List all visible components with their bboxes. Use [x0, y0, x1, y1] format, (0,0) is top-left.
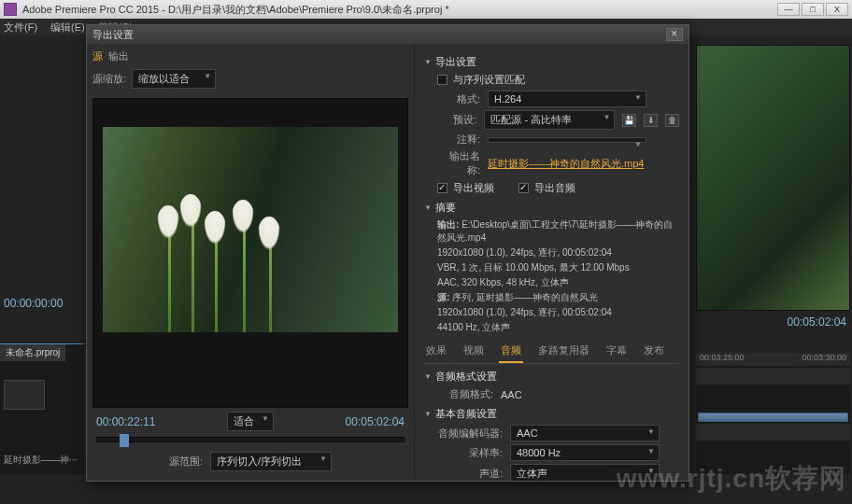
dialog-right-pane: 导出设置 与序列设置匹配 格式: H.264 预设: 匹配源 - 高比特率 💾 … — [414, 44, 689, 481]
minimize-button[interactable]: — — [777, 3, 800, 16]
project-tab[interactable]: 未命名.prproj — [0, 344, 65, 361]
source-timecode: 00:00:00:00 — [4, 297, 63, 310]
range-dropdown[interactable]: 序列切入/序列切出 — [210, 452, 332, 471]
channels-dropdown[interactable]: 立体声 — [510, 464, 660, 481]
close-button[interactable]: X — [826, 3, 848, 16]
settings-tabs: 效果 视频 音频 多路复用器 字幕 发布 — [424, 342, 679, 364]
scale-dropdown[interactable]: 缩放以适合 — [132, 69, 216, 89]
program-timecode: 00:05:02:04 — [788, 315, 846, 329]
preset-dropdown[interactable]: 匹配源 - 高比特率 — [484, 110, 615, 130]
playhead-icon[interactable] — [120, 434, 129, 447]
comment-input[interactable] — [488, 137, 646, 143]
preview-image — [103, 127, 398, 332]
preview-scrubber[interactable] — [96, 437, 405, 442]
fit-dropdown[interactable]: 适合 — [227, 412, 274, 431]
sample-rate-dropdown[interactable]: 48000 Hz — [510, 444, 660, 461]
timeline-ruler[interactable]: 00:03:25:00 00:03:30:00 — [696, 353, 850, 366]
basic-audio-header[interactable]: 基本音频设置 — [424, 407, 679, 421]
menu-edit[interactable]: 编辑(E) — [50, 21, 85, 35]
preview-in-timecode[interactable]: 00:00:22:11 — [96, 415, 155, 428]
dialog-left-pane: 源 输出 源缩放: 缩放以适合 — [87, 44, 414, 481]
timeline-track[interactable] — [696, 368, 850, 385]
scale-label: 源缩放: — [92, 72, 126, 86]
dialog-title: 导出设置 — [92, 28, 134, 42]
window-title: Adobe Premiere Pro CC 2015 - D:\用户目录\我的文… — [22, 3, 777, 17]
project-bin-item[interactable] — [4, 380, 45, 410]
import-preset-icon[interactable]: ⬇ — [644, 114, 658, 127]
tab-source[interactable]: 源 — [92, 49, 103, 63]
maximize-button[interactable]: □ — [802, 3, 824, 16]
timeline-panel[interactable]: 00:03:25:00 00:03:30:00 — [696, 353, 850, 474]
timeline-clip[interactable] — [698, 413, 848, 422]
timeline-track[interactable] — [696, 424, 850, 441]
tab-multiplexer[interactable]: 多路复用器 — [536, 342, 591, 363]
dialog-titlebar[interactable]: 导出设置 ✕ — [87, 25, 689, 44]
tab-effects[interactable]: 效果 — [424, 342, 448, 363]
export-settings-header[interactable]: 导出设置 — [424, 55, 679, 69]
bin-item-label: 延时摄影——神··· — [4, 454, 77, 467]
tab-output[interactable]: 输出 — [108, 49, 129, 63]
tab-publish[interactable]: 发布 — [642, 342, 666, 363]
audio-codec-dropdown[interactable]: AAC — [510, 425, 660, 441]
match-sequence-checkbox[interactable] — [437, 75, 447, 85]
preview-out-timecode[interactable]: 00:05:02:04 — [346, 415, 405, 428]
delete-preset-icon[interactable]: 🗑 — [665, 114, 679, 127]
dialog-close-button[interactable]: ✕ — [666, 28, 683, 41]
program-monitor[interactable] — [696, 45, 850, 311]
titlebar: Adobe Premiere Pro CC 2015 - D:\用户目录\我的文… — [0, 0, 852, 19]
format-dropdown[interactable]: H.264 — [488, 91, 646, 107]
export-settings-dialog: 导出设置 ✕ 源 输出 源缩放: 缩放以适合 — [86, 24, 689, 482]
tab-captions[interactable]: 字幕 — [604, 342, 629, 363]
summary-header[interactable]: 摘要 — [424, 201, 679, 215]
output-name-link[interactable]: 延时摄影——神奇的自然风光.mp4 — [488, 157, 644, 171]
audio-format-header[interactable]: 音频格式设置 — [424, 370, 679, 384]
save-preset-icon[interactable]: 💾 — [622, 114, 636, 127]
tab-audio[interactable]: 音频 — [499, 342, 523, 363]
app-icon — [4, 3, 17, 16]
menu-file[interactable]: 文件(F) — [4, 21, 37, 35]
tab-video[interactable]: 视频 — [462, 342, 486, 363]
preview-area[interactable] — [92, 98, 408, 408]
export-audio-checkbox[interactable] — [518, 183, 529, 193]
range-label: 源范围: — [169, 455, 203, 469]
export-video-checkbox[interactable] — [437, 183, 447, 193]
